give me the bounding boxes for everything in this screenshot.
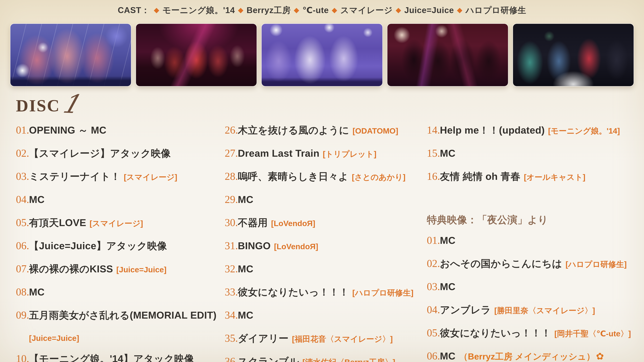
- track-row: 04.MC: [16, 189, 217, 212]
- track-row: 29.MC: [225, 189, 422, 212]
- track-annotation-strong: （Berryz工房 メインディッシュ）: [459, 352, 595, 361]
- track-annotation: [オールキャスト]: [524, 173, 586, 182]
- track-number: 29.: [225, 189, 238, 210]
- track-number: 02.: [16, 143, 29, 163]
- track-annotation: [トリプレット]: [323, 149, 376, 158]
- cast-group-name: Berryz工房: [246, 5, 291, 15]
- track-number: 03.: [427, 276, 440, 297]
- track-list-column-2: 26.木立を抜ける風のように[ODATOMO]27.Dream Last Tra…: [225, 120, 422, 362]
- cast-group-name: モーニング娘。'14: [162, 5, 235, 15]
- track-title: ミステリーナイト！: [29, 171, 120, 182]
- track-annotation: [勝田里奈〈スマイレージ〉]: [494, 306, 595, 315]
- track-row: 28.嗚呼、素晴らしき日々よ[さとのあかり]: [225, 166, 422, 189]
- track-number: 06.: [16, 236, 29, 256]
- track-title: MC: [29, 194, 44, 205]
- track-list-column-1: 01.OPENING ～ MC02.【スマイレージ】アタック映像03.ミステリー…: [16, 120, 217, 362]
- track-row: 02.おへその国からこんにちは[ハロプロ研修生]: [427, 253, 642, 276]
- cast-group: ◆Berryz工房: [235, 5, 291, 15]
- concert-photo-5: [513, 24, 634, 86]
- track-title: 彼女になりたいっ！！！: [238, 287, 349, 298]
- track-title: MC: [440, 351, 456, 362]
- track-annotation: [ハロプロ研修生]: [566, 260, 627, 269]
- track-row: 36.スクランブル[清水佐紀〈Berryz工房〉]: [225, 351, 422, 362]
- track-number: 34.: [225, 305, 238, 325]
- cast-groups: ◆モーニング娘。'14◆Berryz工房◆℃-ute◆スマイレージ◆Juice=…: [151, 5, 526, 15]
- track-number: 30.: [225, 212, 238, 233]
- track-annotation: [スマイレージ]: [124, 173, 177, 182]
- cast-label: CAST：: [118, 5, 150, 15]
- track-number: 05.: [16, 212, 29, 233]
- track-number: 02.: [427, 253, 440, 274]
- track-title: 【モーニング娘。'14】アタック映像: [29, 353, 194, 362]
- cast-group-name: Juice=Juice: [404, 5, 454, 15]
- track-row: 35.ダイアリー[福田花音〈スマイレージ〉]: [225, 328, 422, 351]
- track-list-column-3b: 01.MC02.おへその国からこんにちは[ハロプロ研修生]03.MC04.アンブ…: [427, 230, 642, 362]
- track-row: 03.MC: [427, 276, 642, 300]
- concert-photo-1: [10, 24, 131, 86]
- track-row: 34.MC: [225, 305, 422, 328]
- track-title: MC: [440, 281, 456, 292]
- track-number: 10.: [16, 349, 29, 362]
- concert-photo-2: [136, 24, 256, 86]
- diamond-icon: ◆: [396, 6, 401, 14]
- track-annotation: [ODATOMO]: [352, 126, 398, 135]
- track-number: 04.: [16, 189, 29, 210]
- track-number: 32.: [225, 259, 238, 279]
- diamond-icon: ◆: [238, 6, 244, 14]
- track-number: 33.: [225, 282, 238, 302]
- track-title: ダイアリー: [238, 333, 289, 344]
- track-row: 04.アンブレラ[勝田里奈〈スマイレージ〉]: [427, 300, 642, 323]
- track-number: 26.: [225, 120, 238, 140]
- track-row: 27.Dream Last Train[トリプレット]: [225, 143, 422, 166]
- track-number: 05.: [427, 323, 440, 343]
- track-number: 08.: [16, 282, 29, 302]
- track-title: 五月雨美女がさ乱れる(MEMORIAL EDIT): [29, 310, 216, 321]
- track-title: Dream Last Train: [238, 148, 320, 159]
- track-title: スクランブル: [238, 356, 299, 362]
- track-row: 15.MC: [427, 143, 642, 166]
- diamond-icon: ◆: [154, 6, 159, 14]
- track-row: 05.有頂天LOVE[スマイレージ]: [16, 212, 217, 236]
- track-row: 32.MC: [225, 259, 422, 282]
- track-number: 16.: [427, 166, 440, 187]
- track-row: 33.彼女になりたいっ！！！[ハロプロ研修生]: [225, 282, 422, 305]
- track-annotation: [清水佐紀〈Berryz工房〉]: [302, 358, 395, 362]
- track-title: 彼女になりたいっ！！！: [440, 328, 551, 339]
- track-title: 有頂天LOVE: [29, 217, 86, 228]
- cast-line: CAST：◆モーニング娘。'14◆Berryz工房◆℃-ute◆スマイレージ◆J…: [0, 5, 644, 16]
- track-number: 15.: [427, 143, 440, 163]
- track-annotation: [福田花音〈スマイレージ〉]: [292, 335, 393, 344]
- cast-group: ◆℃-ute: [291, 5, 329, 15]
- track-title: アンブレラ: [440, 304, 491, 316]
- track-title: Help me！！(updated): [440, 125, 545, 136]
- track-row: 01.MC: [427, 230, 642, 253]
- track-annotation: [さとのあかり]: [352, 173, 406, 182]
- disc-number: 1: [60, 93, 82, 114]
- track-title: 裸の裸の裸のKISS: [29, 264, 113, 275]
- concert-photo-3: [262, 24, 382, 86]
- track-title: BINGO: [238, 240, 271, 251]
- diamond-icon: ◆: [294, 6, 299, 14]
- track-title: MC: [238, 310, 254, 321]
- track-row: 02.【スマイレージ】アタック映像: [16, 143, 217, 166]
- track-number: 03.: [16, 166, 29, 187]
- cast-group: ◆モーニング娘。'14: [151, 5, 235, 15]
- track-number: 35.: [225, 328, 238, 349]
- track-annotation: [ハロプロ研修生]: [352, 288, 414, 297]
- track-title: 友情 純情 oh 青春: [440, 171, 520, 182]
- track-annotation: [LoVendoЯ]: [274, 242, 318, 251]
- track-row: 09.五月雨美女がさ乱れる(MEMORIAL EDIT)[Juice=Juice…: [16, 305, 217, 349]
- track-row: 16.友情 純情 oh 青春[オールキャスト]: [427, 166, 642, 189]
- track-title: 【スマイレージ】アタック映像: [29, 148, 171, 159]
- track-row: 30.不器用[LoVendoЯ]: [225, 212, 422, 236]
- track-number: 27.: [225, 143, 238, 163]
- track-row: 07.裸の裸の裸のKISS[Juice=Juice]: [16, 259, 217, 282]
- track-row: 14.Help me！！(updated)[モーニング娘。'14]: [427, 120, 642, 143]
- track-row: 10.【モーニング娘。'14】アタック映像: [16, 349, 217, 362]
- photo-strip: [10, 24, 634, 86]
- cast-group-name: スマイレージ: [340, 5, 393, 15]
- cast-group: ◆Juice=Juice: [393, 5, 454, 15]
- track-annotation: [岡井千聖〈℃-ute〉]: [554, 329, 631, 338]
- track-row: 31.BINGO[LoVendoЯ]: [225, 236, 422, 259]
- track-number: 31.: [225, 236, 238, 256]
